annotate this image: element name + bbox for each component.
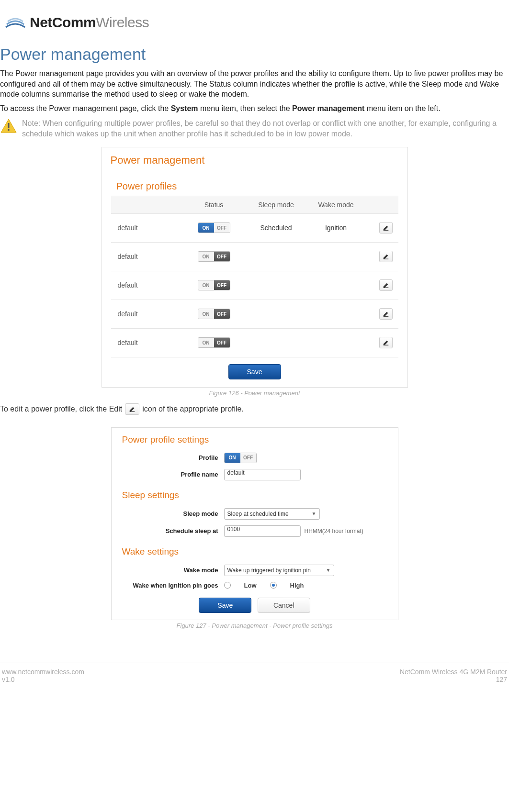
intro-paragraph-2: To access the Power management page, cli… bbox=[0, 102, 509, 117]
schedule-hint: HHMM(24 hour format) bbox=[305, 528, 363, 534]
chevron-down-icon: ▼ bbox=[326, 567, 331, 573]
save-button[interactable]: Save bbox=[228, 364, 281, 379]
sleep-mode-select[interactable]: Sleep at scheduled time▼ bbox=[224, 508, 320, 520]
wake-mode-cell: Ignition bbox=[307, 224, 365, 232]
note-text: Note: When configuring multiple power pr… bbox=[22, 118, 509, 139]
figure-caption-127: Figure 127 - Power management - Power pr… bbox=[0, 621, 509, 634]
status-toggle[interactable]: ONOFF bbox=[198, 337, 230, 348]
table-row: defaultONOFF bbox=[111, 300, 398, 329]
brand-logo: NetCommWireless bbox=[0, 14, 509, 45]
profile-name: default bbox=[111, 310, 183, 318]
power-management-panel: Power management Power profiles Status S… bbox=[102, 147, 408, 388]
profile-name-label: Profile name bbox=[112, 471, 224, 478]
sleep-mode-cell: Scheduled bbox=[245, 224, 307, 232]
save-button[interactable]: Save bbox=[199, 598, 251, 613]
col-sleep: Sleep mode bbox=[245, 201, 307, 209]
schedule-sleep-input[interactable]: 0100 bbox=[224, 525, 301, 537]
col-status: Status bbox=[183, 201, 245, 209]
col-wake: Wake mode bbox=[307, 201, 365, 209]
brand-text: NetCommWireless bbox=[30, 14, 149, 31]
brand-icon bbox=[5, 15, 26, 30]
figure-caption-126: Figure 126 - Power management bbox=[0, 389, 509, 401]
warning-icon bbox=[0, 118, 17, 133]
status-toggle[interactable]: ONOFF bbox=[198, 222, 230, 233]
intro-paragraph-1: The Power management page provides you w… bbox=[0, 67, 509, 102]
profile-name: default bbox=[111, 339, 183, 346]
profile-name: default bbox=[111, 224, 183, 232]
radio-high-label: High bbox=[290, 582, 304, 589]
pps-title: Power profile settings bbox=[112, 428, 398, 450]
edit-button[interactable] bbox=[379, 251, 393, 262]
edit-button[interactable] bbox=[379, 279, 393, 291]
note-block: Note: When configuring multiple power pr… bbox=[0, 116, 509, 144]
table-row: defaultONOFF bbox=[111, 271, 398, 300]
sleep-settings-title: Sleep settings bbox=[112, 483, 398, 505]
sleep-mode-label: Sleep mode bbox=[112, 510, 224, 517]
schedule-sleep-label: Schedule sleep at bbox=[112, 527, 224, 534]
status-toggle[interactable]: ONOFF bbox=[198, 280, 230, 290]
edit-icon bbox=[125, 403, 139, 415]
profile-label: Profile bbox=[112, 454, 224, 461]
profile-name: default bbox=[111, 281, 183, 289]
wake-pin-label: Wake when ignition pin goes bbox=[112, 582, 224, 589]
table-header: Status Sleep mode Wake mode bbox=[111, 196, 398, 214]
status-toggle[interactable]: ONOFF bbox=[198, 309, 230, 319]
profile-toggle[interactable]: ON OFF bbox=[224, 453, 257, 463]
footer-url: www.netcommwireless.com bbox=[2, 668, 84, 676]
wake-mode-select[interactable]: Wake up triggered by ignition pin▼ bbox=[224, 565, 334, 576]
table-row: defaultONOFF bbox=[111, 329, 398, 357]
radio-low[interactable] bbox=[224, 582, 231, 589]
edit-button[interactable] bbox=[379, 337, 393, 348]
radio-high[interactable] bbox=[270, 582, 277, 589]
page-footer: www.netcommwireless.com v1.0 NetComm Wir… bbox=[0, 663, 509, 693]
wake-mode-label: Wake mode bbox=[112, 567, 224, 574]
profile-name: default bbox=[111, 253, 183, 260]
chevron-down-icon: ▼ bbox=[312, 511, 317, 516]
status-toggle[interactable]: ONOFF bbox=[198, 251, 230, 262]
edit-button[interactable] bbox=[379, 222, 393, 234]
table-row: defaultONOFF bbox=[111, 243, 398, 271]
panel-title: Power management bbox=[102, 147, 407, 175]
panel-subtitle: Power profiles bbox=[102, 175, 407, 196]
edit-button[interactable] bbox=[379, 308, 393, 320]
page-title: Power management bbox=[0, 45, 509, 67]
table-row: defaultONOFFScheduledIgnition bbox=[111, 214, 398, 243]
footer-product: NetComm Wireless 4G M2M Router bbox=[400, 668, 507, 676]
svg-rect-2 bbox=[8, 129, 10, 131]
footer-page: 127 bbox=[400, 676, 507, 683]
cancel-button[interactable]: Cancel bbox=[258, 598, 310, 613]
power-profile-settings-panel: Power profile settings Profile ON OFF Pr… bbox=[111, 427, 398, 620]
radio-low-label: Low bbox=[244, 582, 257, 589]
wake-settings-title: Wake settings bbox=[112, 540, 398, 562]
profile-name-input[interactable]: default bbox=[224, 469, 301, 480]
svg-rect-1 bbox=[8, 123, 10, 128]
footer-version: v1.0 bbox=[2, 676, 84, 683]
edit-instruction: To edit a power profile, click the Edit … bbox=[0, 401, 509, 424]
